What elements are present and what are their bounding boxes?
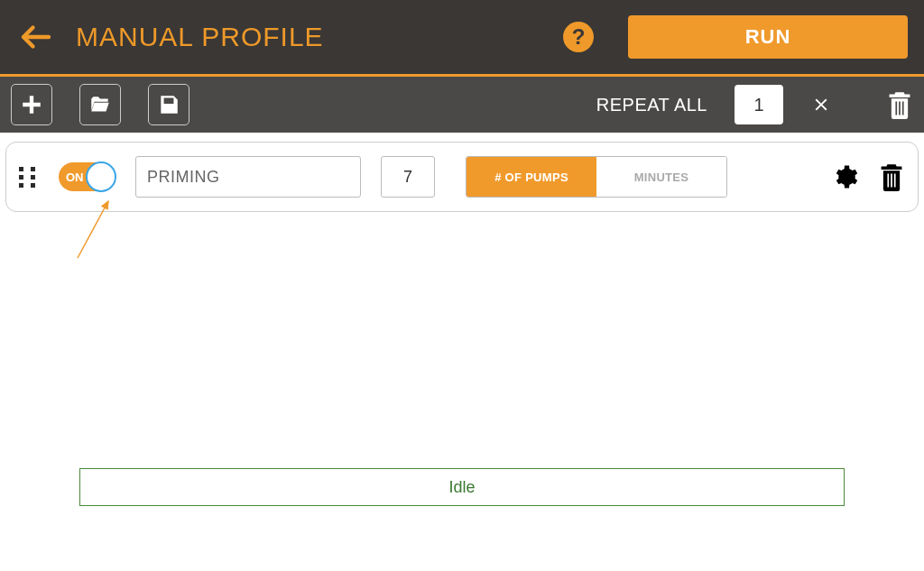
toggle-on-label: ON <box>66 170 84 184</box>
back-button[interactable] <box>16 17 56 57</box>
drag-dot-icon <box>19 175 23 180</box>
save-icon <box>157 93 180 116</box>
unit-segmented-control: # OF PUMPS MINUTES <box>466 156 727 198</box>
status-bar: Idle <box>79 468 845 506</box>
drag-dot-icon <box>31 175 35 180</box>
drag-dot-icon <box>31 183 35 188</box>
delete-all-button[interactable] <box>886 91 913 118</box>
trash-icon <box>879 162 904 191</box>
unit-pumps-option[interactable]: # OF PUMPS <box>467 157 596 197</box>
toggle-knob <box>86 161 116 192</box>
drag-dot-icon <box>31 167 35 171</box>
repeat-all-input[interactable] <box>735 85 783 124</box>
page-title: MANUAL PROFILE <box>76 22 543 52</box>
arrow-left-icon <box>17 18 55 56</box>
drag-handle[interactable] <box>19 167 39 188</box>
help-button[interactable]: ? <box>563 22 594 52</box>
close-icon <box>811 95 831 115</box>
step-enable-toggle[interactable]: ON <box>59 162 116 191</box>
delete-step-button[interactable] <box>878 161 905 192</box>
gear-icon <box>831 163 858 190</box>
drag-dot-icon <box>19 167 23 171</box>
toolbar: REPEAT ALL <box>0 77 924 133</box>
unit-minutes-option[interactable]: MINUTES <box>596 157 726 197</box>
add-step-button[interactable] <box>11 84 52 125</box>
step-row: ON # OF PUMPS MINUTES <box>5 142 919 212</box>
help-icon: ? <box>572 24 586 50</box>
plus-icon <box>20 93 43 116</box>
step-settings-button[interactable] <box>831 163 858 190</box>
status-text: Idle <box>448 478 475 497</box>
run-button[interactable]: RUN <box>628 15 908 59</box>
app-header: MANUAL PROFILE ? RUN <box>0 0 924 74</box>
step-value-input[interactable] <box>381 156 435 198</box>
drag-dot-icon <box>19 183 23 188</box>
save-profile-button[interactable] <box>148 84 189 125</box>
step-name-input[interactable] <box>135 156 361 198</box>
open-profile-button[interactable] <box>79 84 121 125</box>
folder-open-icon <box>88 93 112 116</box>
repeat-all-label: REPEAT ALL <box>596 95 707 115</box>
clear-repeat-button[interactable] <box>810 94 832 115</box>
trash-icon <box>886 90 913 119</box>
